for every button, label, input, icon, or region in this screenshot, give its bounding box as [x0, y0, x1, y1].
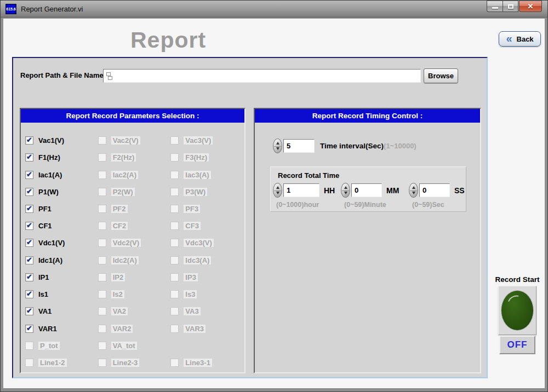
checkbox-va-tot[interactable]: [98, 342, 106, 350]
decrement-arrow-icon[interactable]: [344, 192, 347, 194]
checkbox-vdc3-v[interactable]: [170, 239, 179, 247]
parameter-row: Vac1(V): [25, 132, 98, 149]
parameter-row: VA3: [170, 303, 243, 320]
spinner-divider: [274, 146, 281, 147]
parameter-row: VAR3: [170, 320, 243, 337]
checkbox-label-pf2: PF2: [111, 205, 128, 213]
checkbox-va2[interactable]: [98, 307, 106, 315]
checkbox-pf2[interactable]: [98, 205, 106, 213]
parameter-row: Vac3(V): [170, 132, 243, 149]
checkbox-vdc2-v[interactable]: [98, 239, 106, 247]
time-hint-ss: (0~59)Sec: [412, 201, 469, 209]
checkbox-iac2-a[interactable]: [98, 171, 106, 179]
checkbox-cf2[interactable]: [98, 222, 106, 230]
spinner-divider: [274, 191, 281, 191]
checkbox-label-vdc2-v: Vdc2(V): [111, 239, 141, 247]
checkbox-pf1[interactable]: [25, 205, 33, 213]
increment-arrow-icon[interactable]: [276, 186, 279, 189]
record-start-led-icon: [501, 290, 534, 331]
checkbox-is1[interactable]: [25, 290, 33, 298]
close-button[interactable]: ✕: [519, 1, 542, 12]
checkbox-label-iac1-a: Iac1(A): [38, 171, 62, 179]
checkbox-ip2[interactable]: [98, 273, 106, 281]
time-value-hh[interactable]: 1: [283, 183, 319, 197]
checkbox-vac2-v[interactable]: [98, 136, 106, 145]
checkbox-ip1[interactable]: [25, 273, 33, 281]
time-value-ss[interactable]: 0: [419, 183, 450, 197]
spinner-divider: [410, 191, 417, 191]
app-window: 615.6 Report Generator.vi ✕ Report « Bac…: [0, 0, 548, 392]
checkbox-line3-1[interactable]: [170, 359, 179, 367]
time-hint-mm: (0~59)Minute: [344, 201, 409, 209]
checkbox-label-idc1-a: Idc1(A): [38, 256, 62, 264]
checkbox-f3-hz[interactable]: [170, 153, 179, 162]
restore-button[interactable]: [503, 1, 518, 12]
parameters-column: Vac2(V)F2(Hz)Iac2(A)P2(W)PF2CF2Vdc2(V)Id…: [98, 132, 171, 371]
time-field-group-ss: 0SS: [409, 183, 469, 198]
checkbox-label-va2: VA2: [111, 307, 128, 315]
checkbox-var2[interactable]: [98, 325, 106, 333]
checkbox-label-line1-2: Line1-2: [38, 359, 67, 367]
checkbox-iac3-a[interactable]: [170, 171, 179, 179]
double-chevron-left-icon: «: [506, 33, 512, 44]
time-field-column-ss: 0SS(0~59)Sec: [409, 183, 469, 209]
checkbox-vac1-v[interactable]: [25, 136, 33, 145]
checkbox-f2-hz[interactable]: [98, 153, 106, 162]
checkbox-label-pf1: PF1: [38, 205, 52, 213]
checkbox-var1[interactable]: [25, 325, 33, 333]
checkbox-is2[interactable]: [98, 290, 106, 298]
minimize-button[interactable]: [487, 1, 503, 12]
checkbox-label-iac2-a: Iac2(A): [111, 171, 138, 179]
record-total-time-fields: 1HH(0~1000)hour0MM(0~59)Minute0SS(0~59)S…: [273, 183, 469, 209]
checkbox-label-idc2-a: Idc2(A): [111, 256, 139, 264]
checkbox-p2-w[interactable]: [98, 188, 106, 196]
checkbox-va3[interactable]: [170, 307, 179, 315]
parameter-row: CF3: [170, 217, 243, 234]
checkbox-label-va-tot: VA_tot: [111, 342, 137, 350]
checkbox-is3[interactable]: [170, 290, 179, 298]
spinner-interval: [273, 139, 282, 153]
checkbox-iac1-a[interactable]: [25, 171, 33, 179]
time-hint-hh: (0~1000)hour: [276, 201, 341, 209]
record-start-button[interactable]: [498, 286, 536, 335]
checkbox-cf3[interactable]: [170, 222, 179, 230]
checkbox-label-idc3-a: Idc3(A): [184, 256, 211, 264]
report-path-input[interactable]: [103, 69, 421, 83]
decrement-arrow-icon[interactable]: [276, 147, 279, 150]
checkbox-label-line3-1: Line3-1: [184, 359, 212, 367]
checkbox-vdc1-v[interactable]: [25, 239, 33, 247]
back-button[interactable]: « Back: [499, 31, 541, 47]
checkbox-p-tot[interactable]: [25, 342, 33, 350]
time-interval-value[interactable]: 5: [283, 139, 315, 153]
checkbox-cf1[interactable]: [25, 222, 33, 230]
checkbox-line1-2[interactable]: [25, 359, 33, 367]
parameter-row: P2(W): [98, 183, 171, 200]
checkbox-ip3[interactable]: [170, 273, 179, 281]
increment-arrow-icon[interactable]: [276, 142, 279, 145]
parameter-row: PF3: [170, 200, 243, 217]
parameter-row: F2(Hz): [98, 149, 171, 166]
checkbox-idc3-a[interactable]: [170, 256, 179, 264]
parameter-row: Is3: [170, 286, 243, 303]
decrement-arrow-icon[interactable]: [412, 192, 415, 194]
increment-arrow-icon[interactable]: [344, 186, 347, 189]
parameter-row: IP2: [98, 269, 171, 286]
browse-button[interactable]: Browse: [424, 68, 458, 83]
checkbox-line2-3[interactable]: [98, 359, 106, 367]
checkbox-idc1-a[interactable]: [25, 256, 33, 264]
parameter-row: Vac2(V): [98, 132, 171, 149]
time-value-mm[interactable]: 0: [351, 183, 382, 197]
checkbox-p1-w[interactable]: [25, 188, 33, 196]
decrement-arrow-icon[interactable]: [276, 192, 279, 194]
parameter-row: Idc3(A): [170, 252, 243, 269]
checkbox-idc2-a[interactable]: [98, 256, 106, 264]
checkbox-f1-hz[interactable]: [25, 153, 33, 162]
checkbox-p3-w[interactable]: [170, 188, 179, 196]
checkbox-vac3-v[interactable]: [170, 136, 179, 145]
increment-arrow-icon[interactable]: [412, 186, 415, 189]
checkbox-va1[interactable]: [25, 307, 33, 315]
parameter-row: VAR2: [98, 320, 171, 337]
checkbox-var3[interactable]: [170, 325, 179, 333]
checkbox-pf3[interactable]: [170, 205, 179, 213]
time-interval-row: 5 Time interval(Sec) (1~10000): [273, 139, 416, 153]
